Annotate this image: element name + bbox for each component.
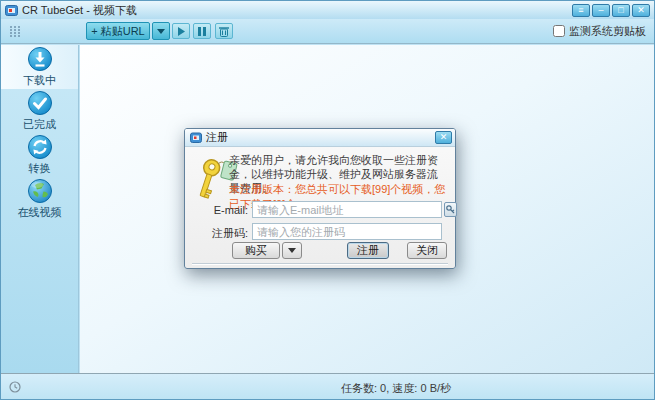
status-summary: 任务数: 0, 速度: 0 B/秒 (341, 381, 451, 396)
dialog-body: 亲爱的用户，请允许我向您收取一些注册资金，以维持功能升级、维护及网站服务器流量费… (185, 147, 455, 269)
dialog-close-icon[interactable]: ✕ (435, 131, 452, 144)
clipboard-checkbox[interactable] (553, 25, 565, 37)
sidebar: 下载中 已完成 转换 (1, 45, 79, 373)
email-field[interactable] (252, 201, 442, 218)
menu-icon[interactable]: ≡ (572, 4, 590, 17)
statusbar: 任务数: 0, 速度: 0 B/秒 (1, 373, 654, 399)
chevron-down-icon (288, 248, 296, 253)
code-label: 注册码: (185, 226, 248, 241)
sidebar-item-label: 在线视频 (18, 205, 62, 220)
get-code-button[interactable] (444, 202, 457, 217)
clipboard-checkbox-label: 监测系统剪贴板 (569, 24, 646, 39)
sidebar-item-online-video[interactable]: 在线视频 (1, 177, 78, 221)
pause-icon (198, 27, 206, 36)
check-icon (27, 90, 53, 116)
minimize-button[interactable]: – (592, 4, 610, 17)
dialog-app-icon (190, 132, 202, 144)
sidebar-item-label: 已完成 (23, 117, 56, 132)
drag-handle-icon[interactable] (9, 25, 21, 38)
globe-icon (27, 178, 53, 204)
paste-url-group: + 粘贴URL (86, 22, 170, 40)
start-button[interactable] (172, 23, 190, 39)
registration-code-field[interactable] (252, 223, 442, 240)
email-label: E-mail: (185, 204, 248, 216)
small-key-icon (446, 205, 455, 215)
convert-icon (27, 134, 53, 160)
sidebar-item-downloading[interactable]: 下载中 (1, 45, 78, 89)
close-button[interactable]: ✕ (632, 4, 650, 17)
register-dialog: 注册 ✕ 亲爱的用户，请允许我向您收取一些注册资金，以维持功能升级、维护及网站服… (184, 128, 456, 269)
paste-url-dropdown[interactable] (152, 22, 170, 40)
dialog-close-button[interactable]: 关闭 (407, 242, 447, 259)
dialog-footer-divider (192, 263, 448, 264)
sidebar-item-label: 转换 (29, 161, 51, 176)
app-window: CR TubeGet - 视频下载 ≡ – □ ✕ + 粘贴URL (0, 0, 655, 400)
delete-button[interactable] (215, 23, 233, 39)
buy-button[interactable]: 购买 (232, 242, 280, 259)
buy-dropdown-button[interactable] (282, 242, 302, 259)
sidebar-item-convert[interactable]: 转换 (1, 133, 78, 177)
dialog-title: 注册 (206, 130, 228, 145)
trash-icon (219, 26, 229, 37)
pause-button[interactable] (193, 23, 211, 39)
clipboard-monitor-toggle[interactable]: 监测系统剪贴板 (553, 24, 646, 39)
register-button[interactable]: 注册 (347, 242, 389, 259)
sidebar-item-completed[interactable]: 已完成 (1, 89, 78, 133)
play-icon (177, 27, 185, 36)
download-icon (27, 46, 53, 72)
toolbar: + 粘贴URL 监测系统剪贴板 (1, 19, 654, 44)
paste-url-button[interactable]: + 粘贴URL (86, 22, 150, 40)
app-icon (5, 4, 18, 17)
dialog-titlebar: 注册 ✕ (185, 129, 455, 147)
window-controls: ≡ – □ ✕ (572, 4, 650, 17)
titlebar: CR TubeGet - 视频下载 ≡ – □ ✕ (1, 1, 654, 19)
chevron-down-icon (157, 29, 165, 34)
clock-icon[interactable] (9, 381, 21, 393)
sidebar-item-label: 下载中 (23, 73, 56, 88)
maximize-button[interactable]: □ (612, 4, 630, 17)
window-title: CR TubeGet - 视频下载 (22, 3, 137, 18)
